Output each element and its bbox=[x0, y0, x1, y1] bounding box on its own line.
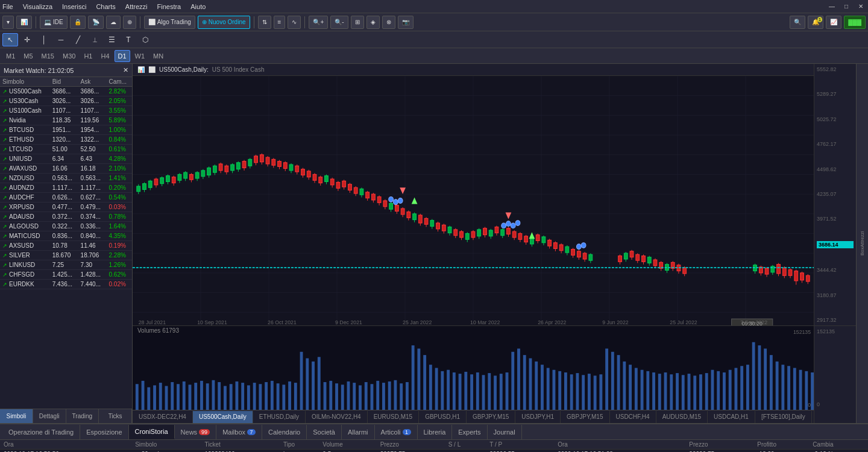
toolbar-camera[interactable]: 📷 bbox=[398, 16, 414, 29]
mw-row-0[interactable]: ↗ US500Cash 3686... 3686... 2.82% bbox=[0, 87, 132, 96]
mw-row-4[interactable]: ↗ BTCUSD 1951... 1954... 1.00% bbox=[0, 125, 132, 135]
mw-row-6[interactable]: ↗ LTCUSD 51.00 52.50 0.61% bbox=[0, 145, 132, 154]
toolbar-indicator[interactable]: ◈ bbox=[366, 16, 380, 29]
crosshair-tool[interactable]: ✛ bbox=[19, 33, 35, 46]
tab-operazione[interactable]: Operazione di Trading bbox=[2, 425, 80, 439]
toolbar-chart-icon[interactable]: 📈 bbox=[826, 16, 841, 29]
menu-finestra[interactable]: Finestra bbox=[157, 3, 181, 10]
box-attrezzi[interactable]: BoxAttrezzi bbox=[856, 64, 868, 423]
mw-row-1[interactable]: ↗ US30Cash 3026... 3026... 2.05% bbox=[0, 96, 132, 106]
toolbar-search[interactable]: 🔍 bbox=[790, 16, 805, 29]
mw-row-12[interactable]: ↗ XRPUSD 0.477... 0.479... 0.03% bbox=[0, 202, 132, 212]
mw-row-5[interactable]: ↗ ETHUSD 1320... 1322... 0.84% bbox=[0, 135, 132, 145]
horizontal-line-tool[interactable]: ─ bbox=[53, 33, 69, 46]
mw-row-8[interactable]: ↗ AVAXUSD 16.06 16.18 2.10% bbox=[0, 164, 132, 174]
mw-row-7[interactable]: ↗ UNIUSD 6.34 6.43 4.28% bbox=[0, 154, 132, 164]
chart-tabs-nav-left[interactable]: ◀ bbox=[812, 413, 814, 421]
chart-tab-us500[interactable]: US500Cash,Daily bbox=[193, 411, 253, 423]
toolbar-grid[interactable]: ⊞ bbox=[351, 16, 364, 29]
tf-m1[interactable]: M1 bbox=[2, 50, 19, 62]
tf-h4[interactable]: H4 bbox=[97, 50, 113, 62]
menu-charts[interactable]: Charts bbox=[96, 3, 115, 10]
mw-row-14[interactable]: ↗ ALGOUSD 0.322... 0.336... 1.64% bbox=[0, 222, 132, 231]
cursor-tool[interactable]: ↖ bbox=[2, 33, 18, 46]
tab-calendario[interactable]: Calendario bbox=[262, 425, 307, 439]
mw-row-11[interactable]: ↗ AUDCHF 0.626... 0.627... 0.54% bbox=[0, 193, 132, 202]
chart-tab-gbpjpy2[interactable]: GBPJPY,M15 bbox=[561, 411, 609, 423]
chart-tab-oilmn[interactable]: OILMn-NOV22,H4 bbox=[306, 411, 368, 423]
tab-societa[interactable]: Società bbox=[307, 425, 342, 439]
menu-inserisci[interactable]: Inserisci bbox=[62, 3, 86, 10]
toolbar-indicator2[interactable]: ⊗ bbox=[382, 16, 395, 29]
toolbar-lock[interactable]: 🔒 bbox=[70, 16, 86, 29]
toolbar-new-order[interactable]: ⊕ Nuovo Ordine bbox=[198, 16, 250, 29]
menu-attrezzi[interactable]: Attrezzi bbox=[125, 3, 148, 10]
win-minimize[interactable]: — bbox=[827, 2, 837, 11]
mw-row-19[interactable]: ↗ CHFSGD 1.425... 1.428... 0.62% bbox=[0, 270, 132, 280]
mw-row-18[interactable]: ↗ LINKUSD 7.25 7.30 1.26% bbox=[0, 260, 132, 270]
mw-row-13[interactable]: ↗ ADAUSD 0.372... 0.374... 0.78% bbox=[0, 212, 132, 222]
text-tool[interactable]: T bbox=[121, 33, 136, 46]
tab-journal[interactable]: Journal bbox=[488, 425, 522, 439]
mw-tab-ticks[interactable]: Ticks bbox=[99, 409, 132, 423]
tab-allarmi[interactable]: Allarmi bbox=[342, 425, 375, 439]
tf-m5[interactable]: M5 bbox=[20, 50, 36, 62]
toolbar-chart-type[interactable]: 📊 bbox=[16, 16, 32, 29]
trade-row-1[interactable]: 2022.10.17 16:50:56 us30cash 129329406 b… bbox=[0, 450, 868, 453]
menu-file[interactable]: File bbox=[2, 3, 13, 10]
tf-h1[interactable]: H1 bbox=[80, 50, 96, 62]
toolbar-wave[interactable]: ∿ bbox=[288, 16, 301, 29]
mw-tab-trading[interactable]: Trading bbox=[66, 409, 99, 423]
chart-tab-usdjpy[interactable]: USDJPY,H1 bbox=[515, 411, 561, 423]
mw-row-10[interactable]: ↗ AUDNZD 1.117... 1.117... 0.20% bbox=[0, 183, 132, 193]
mw-row-17[interactable]: ↗ SILVER 18.670 18.706 2.28% bbox=[0, 251, 132, 260]
tab-mailbox[interactable]: Mailbox 7 bbox=[216, 425, 262, 439]
toolbar-plus-circle[interactable]: ⊕ bbox=[123, 16, 136, 29]
win-close[interactable]: ✕ bbox=[856, 2, 866, 11]
chart-tab-ethusd[interactable]: ETHUSD,Daily bbox=[253, 411, 306, 423]
menu-aiuto[interactable]: Aiuto bbox=[190, 3, 206, 10]
tab-articoli[interactable]: Articoli 1 bbox=[375, 425, 418, 439]
tf-m30[interactable]: M30 bbox=[59, 50, 79, 62]
chart-tab-usdcad[interactable]: USDCAD,H1 bbox=[708, 411, 755, 423]
toolbar-radio[interactable]: 📡 bbox=[88, 16, 104, 29]
toolbar-arrows[interactable]: ⇅ bbox=[258, 16, 271, 29]
tab-esposizione[interactable]: Esposizione bbox=[80, 425, 128, 439]
tf-w1[interactable]: W1 bbox=[131, 50, 149, 62]
tab-libreria[interactable]: Libreria bbox=[418, 425, 453, 439]
chart-tab-gbpjpy[interactable]: GBPJPY,M15 bbox=[467, 411, 515, 423]
tf-mn[interactable]: MN bbox=[149, 50, 167, 62]
market-watch-close[interactable]: ✕ bbox=[123, 66, 128, 74]
toolbar-green-bar[interactable]: ▓▓▓ bbox=[844, 16, 866, 29]
toolbar-dropdown[interactable]: ▾ bbox=[2, 16, 14, 29]
mw-row-3[interactable]: ↗ Nvidia 118.35 119.56 5.89% bbox=[0, 116, 132, 125]
toolbar-zoom-in[interactable]: 🔍+ bbox=[309, 16, 328, 29]
mw-row-9[interactable]: ↗ NZDUSD 0.563... 0.563... 1.41% bbox=[0, 174, 132, 183]
menu-visualizza[interactable]: Visualizza bbox=[23, 3, 52, 10]
tab-experts[interactable]: Experts bbox=[452, 425, 487, 439]
chart-tab-ftse100[interactable]: [FTSE100],Daily bbox=[755, 411, 812, 423]
toolbar-ide[interactable]: 💻 IDE bbox=[40, 16, 68, 29]
chart-tab-eurusd[interactable]: EURUSD,M15 bbox=[368, 411, 419, 423]
angle-tool[interactable]: ⟂ bbox=[87, 33, 102, 46]
tab-cronistoria[interactable]: CroniStoria bbox=[129, 425, 175, 439]
tf-d1[interactable]: D1 bbox=[115, 50, 130, 62]
vertical-line-tool[interactable]: │ bbox=[36, 33, 52, 46]
toolbar-zoom-out[interactable]: 🔍- bbox=[330, 16, 348, 29]
mw-row-20[interactable]: ↗ EURDKK 7.436... 7.440... 0.02% bbox=[0, 280, 132, 289]
chart-tab-gbpusd[interactable]: GBPUSD,H1 bbox=[419, 411, 467, 423]
chart-tab-usdx[interactable]: USDX-DEC22,H4 bbox=[133, 411, 193, 423]
toolbar-bars[interactable]: ≡ bbox=[274, 16, 286, 29]
tf-m15[interactable]: M15 bbox=[38, 50, 58, 62]
chart-canvas[interactable]: 09:30:20 28 Jul 2021 10 Sep 2021 26 Oct … bbox=[133, 76, 814, 325]
win-maximize[interactable]: □ bbox=[841, 2, 851, 11]
chart-tab-audusd[interactable]: AUDUSD,M15 bbox=[656, 411, 708, 423]
mw-tab-dettagli[interactable]: Dettagli bbox=[33, 409, 66, 423]
shapes-tool[interactable]: ⬡ bbox=[137, 33, 153, 46]
mw-row-16[interactable]: ↗ AXSUSD 10.78 11.46 0.19% bbox=[0, 241, 132, 251]
toolbar-algo-trading[interactable]: ⬜ Algo Trading bbox=[144, 16, 195, 29]
tab-news[interactable]: News 99 bbox=[175, 425, 217, 439]
mw-row-15[interactable]: ↗ MATICUSD 0.836... 0.840... 4.35% bbox=[0, 231, 132, 241]
mw-tab-simboli[interactable]: Simboli bbox=[0, 409, 33, 423]
trend-line-tool[interactable]: ╱ bbox=[70, 33, 86, 46]
